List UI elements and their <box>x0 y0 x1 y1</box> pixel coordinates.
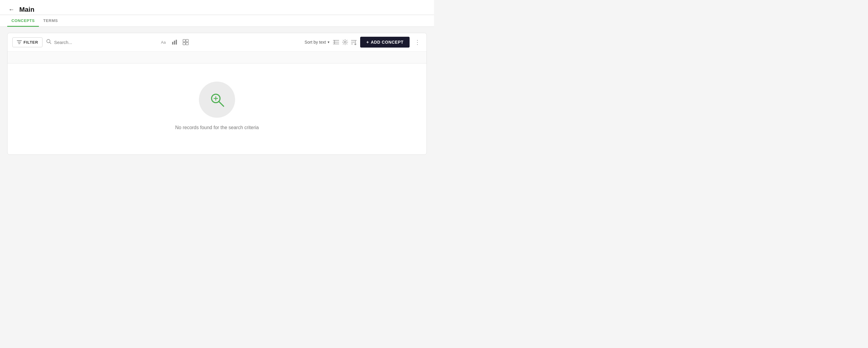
svg-rect-12 <box>186 42 188 45</box>
empty-state-message: No records found for the search criteria <box>175 125 258 130</box>
filter-label: FILTER <box>24 40 38 44</box>
tab-concepts[interactable]: CONCEPTS <box>7 15 39 27</box>
empty-search-icon <box>209 91 225 108</box>
svg-rect-11 <box>183 42 185 45</box>
svg-rect-7 <box>174 41 175 44</box>
page-header: ← Main <box>0 0 434 14</box>
svg-point-17 <box>344 41 346 43</box>
svg-rect-9 <box>183 39 185 42</box>
chevron-down-icon: ▾ <box>328 40 330 44</box>
text-size-icon[interactable]: Aa <box>161 40 167 44</box>
add-concept-button[interactable]: + ADD CONCEPT <box>360 37 410 47</box>
svg-rect-10 <box>186 39 188 42</box>
empty-state: No records found for the search criteria <box>7 64 427 154</box>
sort-asc-icon[interactable] <box>351 39 356 45</box>
concepts-card: FILTER Aa <box>7 33 427 155</box>
svg-line-4 <box>50 42 51 44</box>
add-icon: + <box>366 40 369 44</box>
svg-rect-8 <box>176 40 177 44</box>
search-container <box>46 39 155 45</box>
filter-icon <box>17 40 22 44</box>
page-title: Main <box>19 6 34 13</box>
right-icons <box>333 39 356 45</box>
search-icon <box>46 39 52 45</box>
svg-rect-6 <box>172 42 173 44</box>
filter-button[interactable]: FILTER <box>12 37 42 47</box>
add-concept-label: ADD CONCEPT <box>371 40 404 44</box>
grid-icon[interactable] <box>183 39 189 45</box>
empty-state-icon-wrap <box>199 81 235 118</box>
main-content: FILTER Aa <box>0 27 434 161</box>
svg-line-23 <box>219 101 224 106</box>
more-options-button[interactable]: ⋮ <box>413 37 422 47</box>
search-input[interactable] <box>54 40 155 45</box>
table-header-row <box>7 51 427 64</box>
sort-dropdown[interactable]: Sort by text ▾ <box>305 40 330 44</box>
toolbar: FILTER Aa <box>7 33 427 51</box>
sort-label: Sort by text <box>305 40 326 44</box>
view-icons: Aa <box>161 39 189 45</box>
back-button[interactable]: ← <box>7 5 16 14</box>
settings-icon[interactable] <box>342 39 348 45</box>
tabs-bar: CONCEPTS TERMS <box>0 15 434 27</box>
tab-terms[interactable]: TERMS <box>39 15 62 27</box>
bar-chart-icon[interactable] <box>172 39 179 45</box>
list-view-icon[interactable] <box>333 40 339 44</box>
svg-text:Aa: Aa <box>161 40 166 44</box>
